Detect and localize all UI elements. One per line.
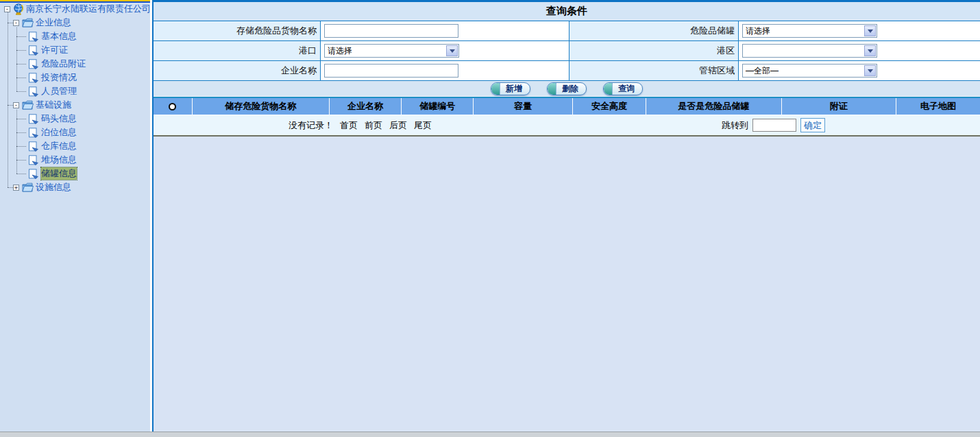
- tree-root-row: - 南京长宁水陆联运有限责任公司: [4, 2, 150, 16]
- confirm-button[interactable]: 确定: [800, 118, 825, 132]
- delete-button[interactable]: 删除: [547, 82, 587, 95]
- document-edit-icon: [28, 155, 39, 165]
- column-header-is-dangerous-tank: 是否是危险品储罐: [646, 98, 781, 115]
- query-form-row: 存储危险品货物名称 危险品储罐 请选择: [154, 21, 980, 41]
- tree-leaf-row: 堆场信息: [28, 153, 77, 167]
- tree-item-investment[interactable]: 投资情况: [41, 71, 77, 84]
- dangerous-tank-select-value: 请选择: [746, 25, 770, 37]
- stored-goods-name-input[interactable]: [324, 24, 458, 38]
- radio-circle-icon[interactable]: [169, 103, 176, 110]
- document-edit-icon: [28, 169, 39, 179]
- first-page-link[interactable]: 首页: [340, 119, 358, 132]
- port-select-value: 请选择: [328, 45, 352, 57]
- tree-leaf-row: 储罐信息: [28, 167, 77, 180]
- document-edit-icon: [28, 141, 39, 152]
- main-panel: 查询条件 存储危险品货物名称 危险品储罐 请选择 港口 请选择 港区: [152, 0, 980, 432]
- toolbar: 新增 删除 查询: [154, 81, 980, 97]
- tree-leaf-row: 投资情况: [28, 71, 77, 84]
- field-label-jurisdiction: 管辖区域: [569, 61, 738, 80]
- chevron-down-icon[interactable]: [446, 45, 458, 56]
- document-edit-icon: [28, 73, 39, 83]
- tree-root-label[interactable]: 南京长宁水陆联运有限责任公司: [26, 3, 150, 15]
- field-label-dangerous-tank: 危险品储罐: [569, 21, 738, 40]
- tree-leaf-row: 码头信息: [28, 112, 77, 126]
- field-label-stored-goods-name: 存储危险品货物名称: [154, 21, 320, 40]
- tree-leaf-row: 许可证: [28, 43, 68, 57]
- column-header-attached-cert: 附证: [781, 98, 896, 115]
- tree-connector: [16, 146, 26, 147]
- query-form-row: 港口 请选择 港区: [154, 41, 980, 61]
- tree-connector: [16, 91, 26, 92]
- dangerous-tank-select[interactable]: 请选择: [742, 24, 877, 38]
- query-conditions-title: 查询条件: [154, 2, 980, 21]
- collapse-expander-icon[interactable]: -: [13, 102, 19, 108]
- column-header-enterprise-name: 企业名称: [329, 98, 402, 115]
- page-title: 查询条件: [546, 5, 587, 18]
- tree-item-dangerous-goods-cert[interactable]: 危险品附证: [41, 58, 86, 70]
- field-label-enterprise-name: 企业名称: [154, 61, 320, 80]
- folder-icon: [22, 182, 34, 192]
- prev-page-link[interactable]: 前页: [365, 119, 382, 132]
- tree-connector: [8, 23, 13, 23]
- tree-connector: [16, 132, 26, 133]
- tree-leaf-row: 泊位信息: [28, 126, 77, 139]
- tree-leaf-row: 基本信息: [28, 29, 77, 43]
- document-edit-icon: [28, 128, 39, 138]
- tree-connector: [16, 174, 26, 174]
- port-select[interactable]: 请选择: [324, 44, 459, 58]
- tree-item-dock-info[interactable]: 码头信息: [41, 113, 77, 125]
- chevron-down-icon[interactable]: [864, 25, 876, 36]
- tree-connector: [16, 78, 26, 78]
- tree-item-infrastructure[interactable]: 基础设施: [36, 99, 71, 111]
- search-button[interactable]: 查询: [603, 82, 643, 95]
- document-edit-icon: [28, 86, 39, 97]
- column-header-safety-height: 安全高度: [572, 98, 646, 115]
- chevron-down-icon[interactable]: [864, 65, 876, 76]
- tree-connector: [16, 36, 26, 37]
- tree-item-storage-tank-info-selected[interactable]: 储罐信息: [41, 167, 77, 180]
- chevron-down-icon[interactable]: [864, 45, 876, 56]
- next-page-link[interactable]: 后页: [389, 119, 407, 132]
- tree-leaf-row: 人员管理: [28, 84, 77, 98]
- select-all-column-header[interactable]: [154, 98, 192, 115]
- enterprise-name-input[interactable]: [324, 64, 458, 78]
- column-header-tank-number: 储罐编号: [401, 98, 473, 115]
- tree-connector: [8, 105, 13, 106]
- tree-item-license[interactable]: 许可证: [41, 44, 68, 56]
- collapse-expander-icon[interactable]: -: [13, 20, 19, 26]
- tree-item-basic-info[interactable]: 基本信息: [41, 30, 77, 43]
- jump-to-label: 跳转到: [722, 119, 748, 132]
- tree-item-warehouse-info[interactable]: 仓库信息: [41, 140, 77, 152]
- tree-item-facility-info[interactable]: 设施信息: [36, 181, 71, 193]
- tree-item-personnel[interactable]: 人员管理: [41, 85, 77, 97]
- pagination-bar: 没有记录！ 首页 前页 后页 尾页 跳转到 确定: [154, 115, 980, 135]
- tree-item-berth-info[interactable]: 泊位信息: [41, 126, 77, 139]
- results-table-header: 储存危险货物名称 企业名称 储罐编号 容量 安全高度 是否是危险品储罐 附证 电…: [154, 97, 980, 115]
- jump-page-input[interactable]: [752, 119, 796, 132]
- tree-item-yard-info[interactable]: 堆场信息: [41, 154, 77, 166]
- tree-group-facility: + 设施信息: [13, 180, 71, 194]
- horizontal-scrollbar[interactable]: [0, 432, 980, 437]
- globe-icon: [13, 3, 24, 15]
- column-header-stored-goods-name: 储存危险货物名称: [192, 98, 329, 115]
- field-label-port: 港口: [154, 41, 320, 60]
- add-button[interactable]: 新增: [491, 82, 530, 95]
- document-edit-icon: [28, 59, 39, 69]
- port-area-select[interactable]: [742, 44, 877, 58]
- jurisdiction-select[interactable]: —全部—: [742, 64, 877, 78]
- document-edit-icon: [28, 45, 39, 56]
- jurisdiction-select-value: —全部—: [746, 65, 779, 77]
- last-page-link[interactable]: 尾页: [414, 119, 432, 132]
- column-header-capacity: 容量: [473, 98, 572, 115]
- tree-leaf-row: 危险品附证: [28, 57, 86, 71]
- empty-content-area: [154, 137, 980, 410]
- field-label-port-area: 港区: [569, 41, 738, 60]
- folder-icon: [22, 100, 34, 110]
- tree-connector: [16, 160, 26, 161]
- expand-expander-icon[interactable]: +: [13, 185, 19, 191]
- tree-item-enterprise-info[interactable]: 企业信息: [36, 16, 71, 29]
- document-edit-icon: [28, 32, 39, 42]
- collapse-expander-icon[interactable]: -: [4, 6, 10, 12]
- document-edit-icon: [28, 114, 39, 124]
- sidebar-tree: - 南京长宁水陆联运有限责任公司 - 企业信息 基本信息 许: [0, 0, 150, 432]
